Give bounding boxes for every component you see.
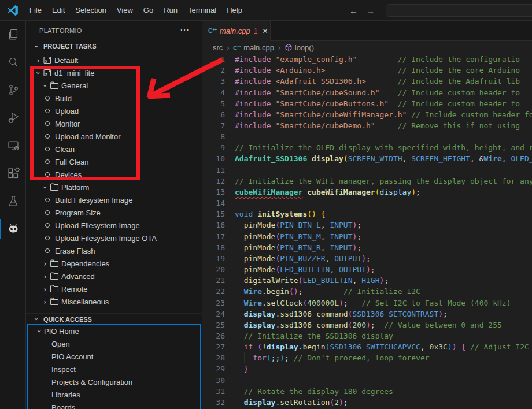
command-center[interactable] [386,4,532,17]
line-number: 18 [202,243,225,252]
tab-main-cpp[interactable]: C ++ main.cpp 1 ✕ [202,21,271,41]
menu-go[interactable]: Go [138,3,158,17]
task-circle-icon [45,248,50,253]
remote-explorer-icon[interactable] [0,132,26,159]
chevron-right-icon: › [40,272,50,281]
code-line: 5#include "SmartCube/cubeButtons.h" // I… [202,98,532,109]
sidebar-item-upload-filesystem-image-ota[interactable]: Upload Filesystem Image OTA [26,232,202,244]
breadcrumb-item[interactable]: main.cpp [243,43,274,52]
title-bar: FileEditSelectionViewGoRunTerminalHelp ←… [0,0,532,21]
back-arrow-icon[interactable]: ← [349,6,358,16]
line-number: 22 [202,287,225,296]
sidebar-item-advanced[interactable]: ›Advanced [26,270,202,282]
line-number: 6 [202,110,225,119]
sidebar-item-platform[interactable]: ›Platform [26,181,202,194]
sidebar-item-remote[interactable]: ›Remote [26,282,202,295]
code-area[interactable]: 1#include "example_config.h" // Include … [202,54,532,408]
sidebar-item-monitor[interactable]: Monitor [26,117,202,130]
run-debug-icon[interactable] [0,104,26,132]
source-control-icon[interactable] [0,76,26,104]
forward-arrow-icon[interactable]: → [366,6,375,16]
code-line: 23 Wire.setClock(400000L); // Set I2C to… [202,297,532,308]
section-quick-access[interactable]: › QUICK ACCESS [26,313,202,325]
extensions-icon[interactable] [0,159,26,187]
task-circle-icon [45,223,50,228]
close-icon[interactable]: ✕ [262,27,268,35]
tree-item-label: Build [55,94,72,103]
quick-access-item-libraries[interactable]: Libraries [26,388,202,401]
sidebar-item-build-filesystem-image[interactable]: Build Filesystem Image [26,194,202,206]
sidebar-item-full-clean[interactable]: Full Clean [26,155,202,168]
search-icon[interactable] [0,49,26,76]
code-line: 1#include "example_config.h" // Include … [202,54,532,65]
code-line-content: cubeWifiManager cubeWifiManager(display)… [235,188,420,196]
quick-access-item-boards[interactable]: Boards [26,401,202,409]
sidebar-item-clean[interactable]: Clean [26,143,202,155]
code-line: 32 display.setRotation(2); [202,397,532,408]
sidebar-item-d1-mini-lite[interactable]: ›d1_mini_lite [26,66,202,79]
sidebar-item-devices[interactable]: Devices [26,168,202,181]
quick-access-item-pio-account[interactable]: PIO Account [26,350,202,363]
menu-file[interactable]: File [24,3,47,17]
menu-run[interactable]: Run [158,3,183,17]
board-icon [43,55,54,65]
line-number: 31 [202,387,225,396]
tree-item-label: Upload Filesystem Image [55,221,140,230]
code-line: 8 [202,131,532,142]
section-project-tasks[interactable]: › PROJECT TASKS [26,40,202,52]
tree-item-label: Inspect [51,365,76,374]
folder-icon [50,297,61,306]
tree-item-label: Devices [55,170,82,179]
sidebar-item-program-size[interactable]: Program Size [26,206,202,219]
code-line-content: #include "SmartCube/cubeWifiManager.h" /… [235,110,532,119]
code-line: 10Adafruit_SSD1306 display(SCREEN_WIDTH,… [202,153,532,164]
code-line-content: Wire.setClock(400000L); // Set I2C to Fa… [235,299,511,307]
breadcrumb-item[interactable]: src [213,43,223,52]
quick-access-item-open[interactable]: Open [26,337,202,350]
menu-help[interactable]: Help [221,3,247,17]
code-line-content: pinMode(LED_BUILTIN, OUTPUT); [235,265,375,274]
sidebar-item-default[interactable]: ›Default [26,54,202,66]
sidebar-item-miscellaneous[interactable]: ›Miscellaneous [26,295,202,308]
platformio-icon[interactable] [0,215,26,243]
menu-selection[interactable]: Selection [70,3,111,17]
code-line: 9// Initialize the OLED display with spe… [202,142,532,153]
tab-strip-empty [271,21,532,41]
tree-item-label: Boards [51,403,75,409]
test-beaker-icon[interactable] [0,187,26,215]
sidebar-item-general[interactable]: ›General [26,79,202,92]
quick-access-item-inspect[interactable]: Inspect [26,363,202,375]
more-actions-icon[interactable]: ⋯ [180,24,189,35]
quick-access-item-pio-home[interactable]: ›PIO Home [26,325,202,337]
breadcrumb: src›C++main.cpp›loop() [202,41,532,54]
sidebar-item-upload-and-monitor[interactable]: Upload and Monitor [26,130,202,143]
menu-view[interactable]: View [112,3,138,17]
tab-error-badge: 1 [254,27,258,35]
svg-text:++: ++ [213,28,217,32]
sidebar-item-dependencies[interactable]: ›Dependencies [26,257,202,270]
sidebar-item-upload[interactable]: Upload [26,105,202,117]
task-circle-icon [45,236,50,240]
code-line-content: display.setRotation(2); [235,398,348,407]
sidebar-item-erase-flash[interactable]: Erase Flash [26,244,202,257]
tab-bar: C ++ main.cpp 1 ✕ [202,21,532,41]
sidebar-item-upload-filesystem-image[interactable]: Upload Filesystem Image [26,219,202,232]
code-line: 3#include <Adafruit_SSD1306.h> // Includ… [202,76,532,87]
line-number: 17 [202,232,225,241]
code-line-content: void initSystems() { [235,210,326,218]
vscode-window: FileEditSelectionViewGoRunTerminalHelp ←… [0,0,532,409]
quick-access-item-projects-configuration[interactable]: Projects & Configuration [26,375,202,388]
activity-bar [0,21,26,409]
menu-terminal[interactable]: Terminal [183,3,221,17]
code-line: 17 pinMode(PIN_BTN_M, INPUT); [202,231,532,242]
line-number: 26 [202,332,225,340]
breadcrumb-item[interactable]: loop() [295,43,314,52]
task-circle-icon [45,147,50,151]
code-line-content: #include "example_config.h" // Include t… [235,55,520,64]
sidebar-item-build[interactable]: Build [26,92,202,105]
chevron-right-icon: › [40,285,50,293]
code-line: 30 [202,375,532,386]
explorer-icon[interactable] [0,21,26,49]
menu-edit[interactable]: Edit [47,3,70,17]
line-number: 19 [202,254,225,263]
